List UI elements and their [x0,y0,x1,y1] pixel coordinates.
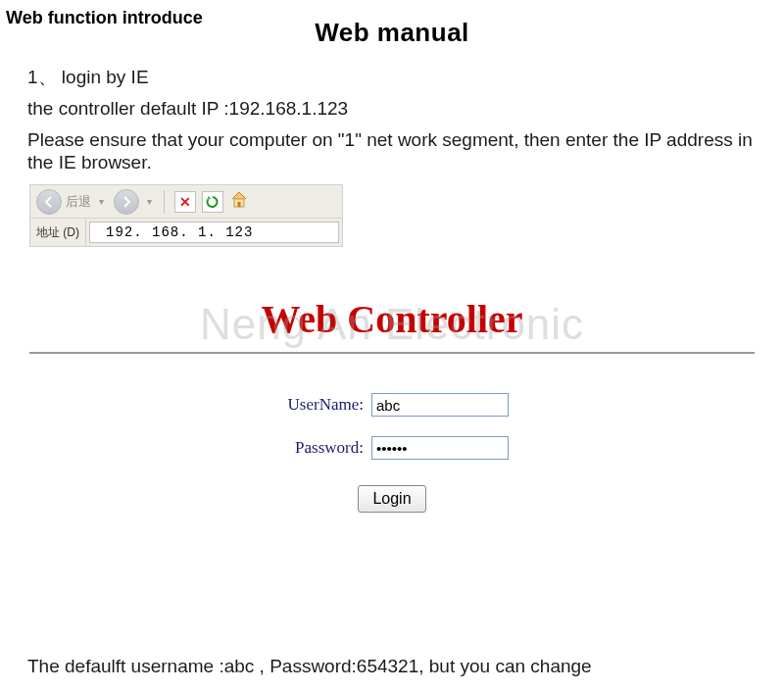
home-icon[interactable] [229,189,249,214]
chevron-down-icon: ▾ [99,196,104,207]
separator [164,190,165,214]
address-input[interactable]: 192. 168. 1. 123 [89,222,339,243]
svg-rect-1 [238,202,241,207]
chevron-down-icon: ▾ [147,196,152,207]
password-label: Password: [275,438,364,458]
divider [29,352,755,354]
username-label: UserName: [275,395,364,415]
refresh-icon[interactable] [202,191,223,213]
step1-heading: 1、 login by IE [0,66,784,89]
back-icon[interactable] [36,189,62,215]
ie-address-row: 地址 (D) 192. 168. 1. 123 [30,219,342,246]
default-ip-text: the controller default IP :192.168.1.123 [0,97,784,121]
ie-toolbar-row-buttons: 后退 ▾ ▾ ✕ [30,185,342,219]
username-row: UserName: [275,393,509,417]
password-row: Password: [275,436,509,460]
instruction-text: Please ensure that your computer on "1" … [0,128,784,175]
ie-toolbar: 后退 ▾ ▾ ✕ 地址 (D) 192. 168. 1. 123 [29,184,343,247]
section-label: Web function introduce [6,8,203,28]
address-label: 地址 (D) [30,219,86,246]
back-label: 后退 [66,193,91,211]
default-credentials-note: The defaulft username :abc , Password:65… [27,656,757,677]
login-form: UserName: Password: Login [29,393,755,513]
login-button[interactable]: Login [358,485,425,513]
login-title: Web Controller [29,282,755,352]
password-input[interactable] [371,436,509,460]
login-panel: Neng An Electronic Web Controller UserNa… [29,282,755,513]
forward-icon[interactable] [114,189,139,215]
username-input[interactable] [371,393,509,417]
stop-icon[interactable]: ✕ [174,191,196,213]
